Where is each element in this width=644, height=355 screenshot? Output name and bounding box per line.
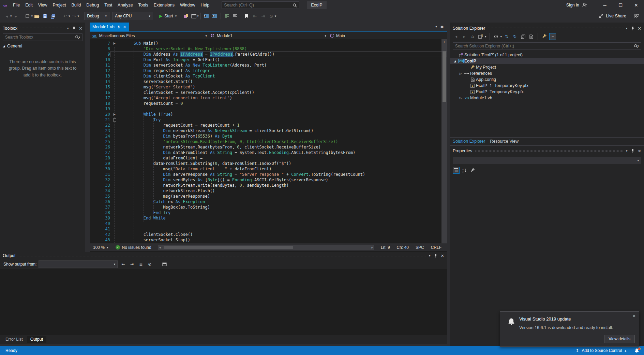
code-line-35[interactable]: 35 msg(serverResponse): [90, 194, 447, 199]
sync-with-active-document-icon[interactable]: ⇅: [503, 33, 510, 40]
solution-explorer-search-input[interactable]: Search Solution Explorer (Ctrl+;) ▾: [453, 42, 641, 50]
new-project-dropdown-icon[interactable]: ▾: [31, 14, 33, 18]
code-editor[interactable]: 7− Sub Main()8 'Dim serverSocket As New …: [90, 39, 447, 243]
toolbox-group-general[interactable]: ◢ General: [0, 42, 85, 50]
window-options-icon[interactable]: ✱: [440, 25, 444, 29]
menu-file[interactable]: File: [10, 0, 23, 10]
user-account-icon[interactable]: [582, 3, 587, 8]
code-line-7[interactable]: 7− Sub Main(): [90, 41, 447, 46]
code-line-39[interactable]: 39 End While: [90, 215, 447, 221]
tree-item-ecoip-temporarykey-pfx[interactable]: EcoIP_TemporaryKey.pfx: [450, 89, 644, 95]
code-line-11[interactable]: 11 Dim serverSocket As New TcpListener(A…: [90, 62, 447, 68]
add-to-source-control-button[interactable]: Add to Source Control: [582, 348, 622, 353]
tab-solution-explorer[interactable]: Solution Explorer: [453, 139, 485, 144]
menu-window[interactable]: Window: [177, 0, 198, 10]
undo-icon[interactable]: ↶: [61, 12, 69, 20]
code-line-29[interactable]: 29 dataFromClient.Substring(0, dataFromC…: [90, 161, 447, 166]
close-tab-icon[interactable]: ✕: [123, 25, 126, 29]
tree-item-ecoip[interactable]: ◢VBEcoIP: [450, 58, 644, 64]
scroll-left-icon[interactable]: ◂: [159, 246, 161, 249]
browser-dropdown-icon[interactable]: ▾: [197, 14, 199, 18]
tab-output[interactable]: Output: [27, 336, 47, 343]
sign-in-link[interactable]: Sign in: [566, 3, 579, 8]
solution-platform-select[interactable]: Any CPU▾: [112, 12, 153, 20]
breadcrumb-type[interactable]: Module1 ▾: [209, 32, 328, 39]
editor-split-handle[interactable]: +: [441, 39, 447, 45]
pin-icon[interactable]: [434, 254, 437, 258]
tab-error-list[interactable]: Error List: [2, 336, 26, 343]
code-line-10[interactable]: 10 Dim Port As Integer = GetPort(): [90, 57, 447, 62]
tree-item-solution-ecoip-1-of-1-project[interactable]: Solution 'EcoIP' (1 of 1 project): [450, 52, 644, 58]
code-line-38[interactable]: 38 End Try: [90, 210, 447, 215]
find-message-previous-icon[interactable]: ⇤: [120, 261, 126, 268]
live-share-label[interactable]: Live Share: [606, 14, 626, 18]
active-files-dropdown-icon[interactable]: ▾: [435, 25, 437, 29]
close-icon[interactable]: ✕: [638, 26, 641, 31]
code-line-40[interactable]: 40: [90, 221, 447, 226]
scrollbar-thumb[interactable]: [164, 246, 293, 249]
code-line-21[interactable]: 21− Try: [90, 117, 447, 123]
notifications-bell-icon[interactable]: [634, 348, 639, 353]
expand-arrow-icon[interactable]: ▷: [458, 97, 463, 100]
start-debugging-button[interactable]: ▶ Start ▾: [156, 12, 179, 20]
code-line-12[interactable]: 12 Dim requestCount As Integer: [90, 68, 447, 73]
close-window-button[interactable]: ✕: [628, 0, 644, 10]
save-all-icon[interactable]: [49, 12, 57, 20]
hot-reload-icon[interactable]: [182, 12, 189, 20]
menu-build[interactable]: Build: [69, 0, 84, 10]
search-options-icon[interactable]: ▾: [78, 36, 80, 39]
collapse-all-icon[interactable]: [520, 33, 526, 40]
redo-dropdown-icon[interactable]: ▾: [78, 14, 79, 18]
code-line-8[interactable]: 8 'Dim serverSocket As New TcpListener(8…: [90, 46, 447, 52]
pending-changes-filter-icon[interactable]: [493, 33, 500, 40]
tab-resource-view[interactable]: Resource View: [490, 139, 519, 144]
code-line-42[interactable]: 42 clientSocket.Close(): [90, 232, 447, 237]
code-line-41[interactable]: 41: [90, 226, 447, 232]
menu-test[interactable]: Test: [102, 0, 115, 10]
minimize-button[interactable]: ─: [597, 0, 613, 10]
forward-icon[interactable]: ▸: [461, 33, 468, 40]
code-line-22[interactable]: 22 requestCount = requestCount + 1: [90, 123, 447, 128]
collapse-arrow-icon[interactable]: ◢: [452, 60, 458, 63]
code-line-23[interactable]: 23 Dim networkStream As NetworkStream = …: [90, 128, 447, 133]
increase-indent-icon[interactable]: [211, 12, 219, 20]
search-options-icon[interactable]: ▾: [637, 44, 639, 48]
code-line-24[interactable]: 24 Dim bytesFrom(65536) As Byte: [90, 133, 447, 139]
menu-debug[interactable]: Debug: [84, 0, 102, 10]
tree-item-references[interactable]: ▷References: [450, 70, 644, 76]
undo-dropdown-icon[interactable]: ▾: [69, 14, 70, 18]
menu-project[interactable]: Project: [50, 0, 69, 10]
preview-selected-items-toggle[interactable]: −: [549, 33, 556, 40]
switch-views-dropdown-icon[interactable]: ▾: [485, 35, 486, 38]
menu-view[interactable]: View: [35, 0, 50, 10]
comment-lines-icon[interactable]: [223, 12, 230, 20]
quick-launch-search[interactable]: Search (Ctrl+Q): [222, 1, 299, 9]
refresh-icon[interactable]: ↻: [511, 33, 518, 40]
word-wrap-icon[interactable]: ⊘: [146, 261, 153, 268]
zoom-select[interactable]: 100 %▾: [90, 245, 112, 250]
code-line-18[interactable]: 18 requestCount = 0: [90, 101, 447, 106]
close-icon[interactable]: ✕: [79, 26, 83, 31]
property-pages-wrench-icon[interactable]: [469, 167, 476, 174]
live-share-icon[interactable]: [598, 14, 604, 18]
home-icon[interactable]: ⌂: [469, 33, 476, 40]
redo-icon[interactable]: ↷: [71, 12, 78, 20]
code-line-13[interactable]: 13 Dim clientSocket As TcpClient: [90, 73, 447, 79]
expand-arrow-icon[interactable]: ▷: [458, 72, 463, 75]
code-line-25[interactable]: 25 'networkStream.Read(bytesFrom, 0, CIn…: [90, 139, 447, 144]
solution-configuration-select[interactable]: Debug▾: [84, 12, 109, 20]
fold-toggle-icon[interactable]: −: [110, 41, 119, 46]
code-line-9[interactable]: 9 Dim Address As IPAddress = IPAddress.P…: [90, 52, 447, 57]
toolbar-options-icon[interactable]: ▾: [275, 14, 276, 18]
toolbox-search-input[interactable]: Search Toolbox ▾: [3, 33, 83, 41]
code-line-30[interactable]: 30 msg("Data from client - " + dataFromC…: [90, 166, 447, 172]
menu-analyze[interactable]: Analyze: [115, 0, 135, 10]
menu-edit[interactable]: Edit: [23, 0, 35, 10]
code-line-20[interactable]: 20− While (True): [90, 112, 447, 117]
properties-wrench-icon[interactable]: [541, 33, 548, 40]
code-line-32[interactable]: 32 Dim sendBytes As [Byte]() = Encoding.…: [90, 177, 447, 183]
code-line-28[interactable]: 28 dataFromClient =: [90, 155, 447, 161]
window-position-icon[interactable]: ▾: [429, 254, 431, 257]
menu-help[interactable]: Help: [198, 0, 212, 10]
tree-item-ecoip-1-temporarykey-pfx[interactable]: EcoIP_1_TemporaryKey.pfx: [450, 83, 644, 89]
